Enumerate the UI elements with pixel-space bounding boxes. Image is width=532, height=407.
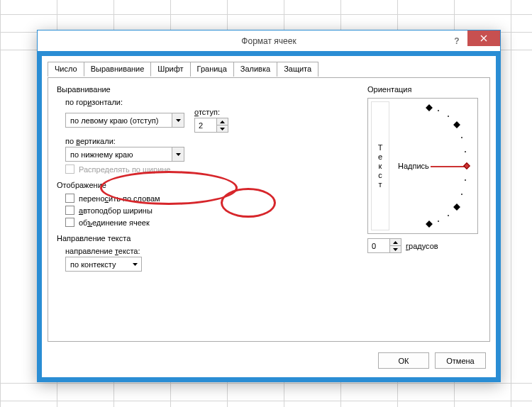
dialog-title: Формат ячеек <box>38 36 500 46</box>
orientation-control[interactable]: Текст Надпись <box>367 98 478 234</box>
wrap-text-checkbox[interactable]: переносить по словам <box>65 194 355 203</box>
orientation-marker[interactable] <box>453 121 460 128</box>
group-direction-label: Направление текста <box>57 234 355 242</box>
close-icon <box>480 35 487 42</box>
orientation-indicator-line <box>431 166 465 167</box>
tab-protection[interactable]: Защита <box>277 62 318 77</box>
indent-spinner[interactable]: 2 <box>194 118 228 133</box>
ok-button[interactable]: ОК <box>378 352 429 369</box>
text-direction-value: по контексту <box>66 260 129 269</box>
orientation-arc[interactable]: Надпись <box>392 101 475 230</box>
tab-fill[interactable]: Заливка <box>233 62 277 77</box>
group-display-label: Отображение <box>57 181 355 189</box>
dialog-body: Число Выравнивание Шрифт Граница Заливка… <box>38 52 500 381</box>
dialog-footer: ОК Отмена <box>378 352 486 369</box>
shrink-label: автоподбор ширины <box>79 206 153 215</box>
dropdown-icon <box>172 113 184 127</box>
cancel-button[interactable]: Отмена <box>435 352 486 369</box>
horizontal-select-value: по левому краю (отступ) <box>66 116 172 125</box>
text-direction-select[interactable]: по контексту <box>65 257 142 272</box>
horizontal-label: по горизонтали: <box>65 98 355 106</box>
dropdown-icon <box>129 257 141 271</box>
vertical-select-value: по нижнему краю <box>66 150 172 159</box>
format-cells-dialog: Формат ячеек ? Число Выравнивание Шрифт … <box>37 30 501 382</box>
group-alignment-label: Выравнивание <box>57 85 355 94</box>
justify-distributed-checkbox: Распределять по ширине <box>65 165 355 174</box>
merge-cells-checkbox[interactable]: объединение ячеек <box>65 218 355 227</box>
close-button[interactable] <box>467 30 500 46</box>
vertical-label: по вертикали: <box>65 137 355 145</box>
orientation-vertical-text-button[interactable]: Текст <box>371 101 389 230</box>
text-direction-label: направление текста: <box>65 247 355 255</box>
spinner-up-button[interactable] <box>390 239 401 245</box>
tab-font[interactable]: Шрифт <box>150 62 190 77</box>
titlebar[interactable]: Формат ячеек ? <box>38 30 500 52</box>
shrink-to-fit-checkbox[interactable]: автоподбор ширины <box>65 206 355 215</box>
spinner-up-button[interactable] <box>217 118 228 125</box>
indent-label: отступ: <box>194 108 228 116</box>
orientation-marker[interactable] <box>453 203 460 211</box>
orientation-marker-selected[interactable] <box>463 162 470 169</box>
checkbox-box <box>65 194 74 203</box>
horizontal-select[interactable]: по левому краю (отступ) <box>65 113 184 128</box>
vertical-select[interactable]: по нижнему краю <box>65 147 184 162</box>
spinner-down-button[interactable] <box>217 125 228 132</box>
help-button[interactable]: ? <box>446 30 467 51</box>
degrees-label: градусов <box>406 242 438 250</box>
justify-distributed-label: Распределять по ширине <box>79 165 170 174</box>
spinner-down-button[interactable] <box>390 245 401 252</box>
merge-label: объединение ячеек <box>79 218 150 227</box>
tab-panel-alignment: Выравнивание по горизонтали: по левому к… <box>48 77 490 342</box>
checkbox-box <box>65 206 74 215</box>
wrap-text-label: переносить по словам <box>79 194 160 203</box>
dropdown-icon <box>172 147 184 161</box>
orientation-label-center: Надпись <box>398 162 429 170</box>
orientation-marker[interactable] <box>426 221 433 228</box>
indent-value: 2 <box>195 118 216 132</box>
degrees-value: 0 <box>368 239 389 252</box>
tab-alignment[interactable]: Выравнивание <box>84 62 152 77</box>
tabstrip: Число Выравнивание Шрифт Граница Заливка… <box>48 61 496 76</box>
checkbox-box <box>65 165 74 174</box>
group-orientation-label: Ориентация <box>367 85 481 94</box>
tab-border[interactable]: Граница <box>190 62 234 77</box>
tab-number[interactable]: Число <box>48 62 84 77</box>
orientation-marker[interactable] <box>426 104 433 111</box>
degrees-spinner[interactable]: 0 <box>367 238 401 253</box>
checkbox-box <box>65 218 74 227</box>
